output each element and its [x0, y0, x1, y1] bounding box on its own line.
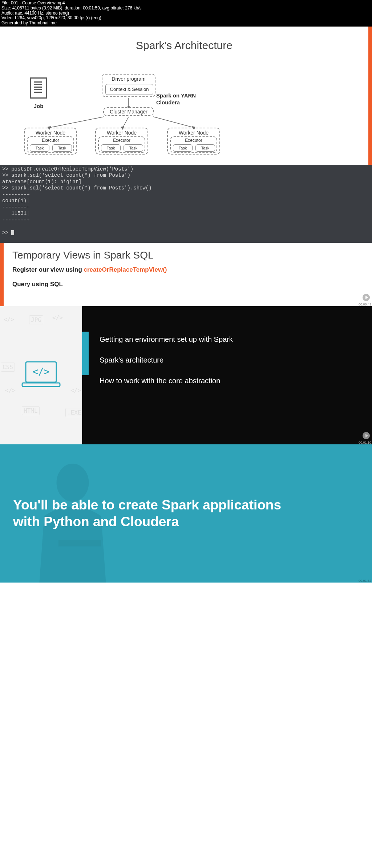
- sql-line2: Query using SQL: [12, 281, 363, 288]
- worker-node-box-2: Worker Node Executor Task Task: [95, 128, 148, 155]
- meta-file: File: 001 - Course Overview.mp4: [1, 1, 371, 6]
- timestamp: 00:01:10: [359, 441, 371, 444]
- terminal-output: >> postsDF.createOrReplaceTempView('Post…: [0, 165, 372, 243]
- task-box: Task: [195, 144, 215, 152]
- svg-line-6: [153, 117, 194, 128]
- meta-generated: Generated by Thumbnail me: [1, 21, 371, 26]
- task-box: Task: [124, 144, 143, 152]
- topic-item-3: How to work with the core abstraction: [100, 377, 361, 385]
- meta-size: Size: 4105711 bytes (3.92 MiB), duration…: [1, 6, 371, 11]
- svg-rect-12: [58, 540, 101, 546]
- topic-item-2: Spark's architecture: [100, 356, 361, 364]
- svg-text:</>: </>: [33, 366, 50, 377]
- svg-marker-1: [127, 106, 130, 108]
- topics-slide: JPG </> </> CSS </> </> HTML .EXE </> Ge…: [0, 306, 372, 444]
- sql-slide: >> postsDF.createOrReplaceTempView('Post…: [0, 165, 372, 306]
- executor-box-1: Executor Task Task: [27, 136, 74, 153]
- svg-rect-9: [22, 383, 60, 387]
- laptop-code-icon: </>: [19, 359, 63, 392]
- play-icon: [363, 294, 370, 301]
- architecture-title: Spark's Architecture: [0, 27, 368, 52]
- task-box: Task: [101, 144, 121, 152]
- meta-audio: Audio: aac, 44100 Hz, stereo (eng): [1, 11, 371, 16]
- topics-graphic-panel: JPG </> </> CSS </> </> HTML .EXE </>: [0, 306, 82, 444]
- task-box: Task: [173, 144, 193, 152]
- architecture-slide: Spark's Architecture Job Spark on YARN C…: [0, 27, 372, 165]
- timestamp: 00:01:32: [359, 579, 371, 583]
- topics-list: Getting an environment set up with Spark…: [82, 306, 372, 444]
- svg-point-11: [57, 464, 89, 502]
- svg-line-4: [123, 117, 129, 128]
- svg-line-2: [49, 117, 104, 128]
- sql-title: Temporary Views in Spark SQL: [12, 249, 363, 261]
- sql-description: Temporary Views in Spark SQL Register ou…: [0, 243, 372, 306]
- outcome-text: You'll be able to create Spark applicati…: [13, 497, 311, 531]
- meta-video: Video: h264, yuv420p, 1280x720, 30.00 fp…: [1, 16, 371, 21]
- play-icon: [363, 432, 370, 439]
- context-session-box: Context & Session: [105, 84, 153, 95]
- timestamp: 00:00:49: [359, 303, 371, 306]
- sql-line1: Register our view using createOrReplaceT…: [12, 266, 363, 273]
- task-box: Task: [52, 144, 72, 152]
- task-box: Task: [30, 144, 49, 152]
- job-document-icon: [30, 77, 47, 99]
- worker-node-box-3: Worker Node Executor Task Task: [167, 128, 220, 155]
- executor-box-3: Executor Task Task: [170, 136, 217, 153]
- outcome-slide: You'll be able to create Spark applicati…: [0, 444, 372, 583]
- worker-node-box-1: Worker Node Executor Task Task: [24, 128, 77, 155]
- video-metadata-header: File: 001 - Course Overview.mp4 Size: 41…: [0, 0, 372, 27]
- executor-box-2: Executor Task Task: [98, 136, 145, 153]
- terminal-cursor-icon: [11, 230, 14, 235]
- topic-item-1: Getting an environment set up with Spark: [100, 335, 361, 344]
- driver-program-box: Driver program Context & Session: [102, 74, 155, 97]
